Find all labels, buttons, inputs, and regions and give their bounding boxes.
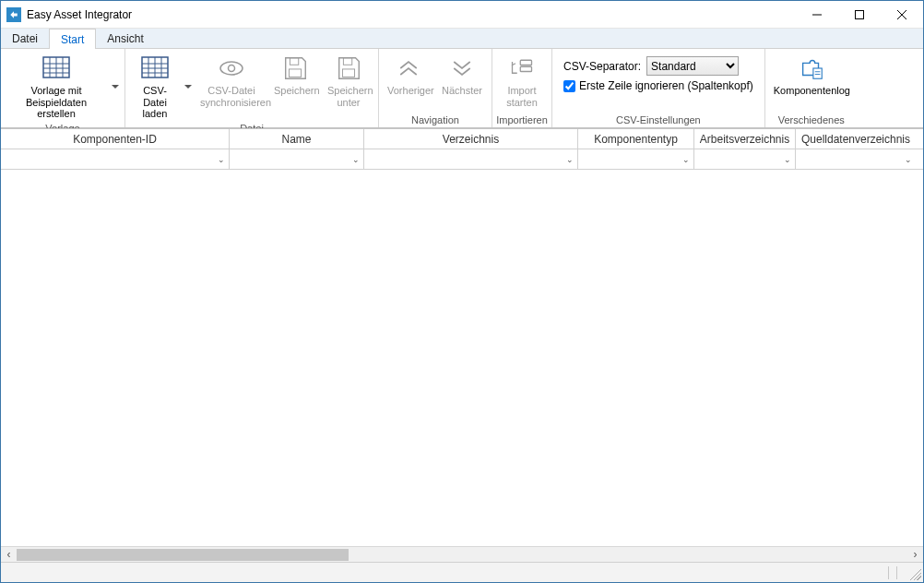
svg-rect-23: [342, 69, 354, 77]
window-title: Easy Asset Integrator: [27, 8, 132, 21]
sync-csv-button[interactable]: CSV-Datei synchronisieren: [195, 51, 267, 111]
import-icon: [507, 54, 537, 83]
maximize-button[interactable]: [838, 1, 881, 29]
grid-filter-row: ⌄ ⌄ ⌄ ⌄ ⌄ ⌄: [1, 149, 923, 170]
chevrons-up-icon: [394, 54, 423, 83]
csv-separator-select[interactable]: Standard: [646, 56, 739, 76]
ribbon: Vorlage mit Beispieldaten erstellen Vorl…: [1, 49, 923, 128]
statusbar-separator: [896, 566, 897, 579]
statusbar-separator: [888, 566, 889, 579]
ribbon-group-csv: CSV-Separator: Standard Erste Zeile igno…: [552, 49, 765, 127]
eye-icon: [217, 54, 246, 83]
start-import-label: Import starten: [506, 85, 538, 108]
svg-rect-20: [290, 58, 298, 65]
load-csv-dropdown[interactable]: [183, 51, 194, 123]
svg-rect-24: [520, 60, 531, 65]
ribbon-group-misc: Komponentenlog Verschiedenes: [765, 49, 858, 127]
sync-csv-label: CSV-Datei synchronisieren: [200, 85, 263, 108]
chevrons-down-icon: [447, 54, 477, 83]
group-label-misc: Verschiedenes: [769, 114, 854, 127]
menu-bar: Datei Start Ansicht: [1, 29, 923, 49]
filter-cell-1[interactable]: ⌄: [230, 149, 364, 169]
column-header-name[interactable]: Name: [230, 129, 364, 149]
load-csv-label: CSV-Datei laden: [134, 85, 176, 120]
next-label: Nächster: [442, 85, 482, 97]
next-button[interactable]: Nächster: [436, 51, 488, 100]
tab-ansicht[interactable]: Ansicht: [96, 29, 154, 48]
ignore-first-row-label: Erste Zeile ignorieren (Spaltenkopf): [579, 79, 753, 92]
ribbon-group-datei: CSV-Datei laden CSV-Datei synchronisiere…: [125, 49, 379, 127]
chevron-down-icon: ⌄: [218, 155, 225, 164]
save-button[interactable]: Speichern: [269, 51, 321, 100]
resize-grip[interactable]: [906, 565, 921, 580]
save-label: Speichern: [274, 85, 316, 97]
filter-cell-5[interactable]: ⌄: [796, 149, 916, 169]
create-template-label: Vorlage mit Beispieldaten erstellen: [9, 85, 103, 120]
column-header-arbeitsverzeichnis[interactable]: Arbeitsverzeichnis: [694, 129, 796, 149]
chevron-down-icon: ⌄: [905, 155, 912, 164]
close-button[interactable]: [881, 1, 923, 29]
svg-point-19: [229, 65, 235, 72]
group-label-importieren: Importieren: [496, 114, 548, 127]
app-icon: [6, 7, 21, 22]
svg-rect-26: [813, 68, 822, 78]
grid-load-icon: [140, 54, 170, 83]
csv-separator-label: CSV-Separator:: [563, 60, 641, 73]
prev-label: Vorheriger: [387, 85, 430, 97]
ribbon-group-navigation: Vorheriger Nächster Navigation: [379, 49, 492, 127]
data-grid: Komponenten-ID Name Verzeichnis Komponen…: [1, 128, 923, 562]
minimize-button[interactable]: [796, 1, 838, 29]
scroll-track[interactable]: [17, 547, 907, 562]
tab-datei[interactable]: Datei: [1, 29, 49, 48]
column-header-verzeichnis[interactable]: Verzeichnis: [364, 129, 578, 149]
chevron-down-icon: ⌄: [566, 155, 574, 164]
component-log-button[interactable]: Komponentenlog: [769, 51, 854, 100]
filter-cell-0[interactable]: ⌄: [1, 149, 230, 169]
grid-header-row: Komponenten-ID Name Verzeichnis Komponen…: [1, 129, 923, 149]
scroll-right-button[interactable]: ›: [907, 547, 923, 563]
filter-cell-4[interactable]: ⌄: [694, 149, 796, 169]
create-template-dropdown[interactable]: [110, 51, 121, 123]
chevron-down-icon: ⌄: [352, 155, 360, 164]
chevron-down-icon: ⌄: [784, 155, 791, 164]
puzzle-log-icon: [797, 54, 826, 83]
start-import-button[interactable]: Import starten: [496, 51, 548, 111]
create-template-button[interactable]: Vorlage mit Beispieldaten erstellen: [5, 51, 108, 123]
title-bar: Easy Asset Integrator: [1, 1, 923, 29]
component-log-label: Komponentenlog: [774, 85, 849, 97]
scroll-thumb[interactable]: [17, 549, 349, 561]
svg-rect-1: [856, 10, 864, 18]
filter-cell-2[interactable]: ⌄: [364, 149, 578, 169]
column-header-quelldatenverzeichnis[interactable]: Quelldatenverzeichnis: [796, 129, 916, 149]
column-header-komponententyp[interactable]: Komponententyp: [578, 129, 694, 149]
tab-start[interactable]: Start: [49, 29, 96, 49]
grid-body: [1, 170, 923, 546]
group-label-csv: CSV-Einstellungen: [556, 114, 761, 127]
save-as-button[interactable]: Speichern unter: [323, 51, 374, 111]
load-csv-button[interactable]: CSV-Datei laden: [129, 51, 181, 123]
horizontal-scrollbar[interactable]: ‹ ›: [1, 546, 923, 562]
ribbon-group-vorlage: Vorlage mit Beispieldaten erstellen Vorl…: [1, 49, 125, 127]
svg-rect-22: [343, 58, 351, 65]
ignore-first-row-checkbox[interactable]: Erste Zeile ignorieren (Spaltenkopf): [563, 79, 753, 92]
scroll-left-button[interactable]: ‹: [1, 547, 17, 563]
floppy-icon: [280, 54, 310, 83]
floppy-as-icon: [334, 54, 363, 83]
filter-cell-3[interactable]: ⌄: [578, 149, 694, 169]
svg-rect-25: [520, 66, 531, 71]
group-label-navigation: Navigation: [383, 114, 488, 127]
save-as-label: Speichern unter: [327, 85, 370, 108]
column-header-komponenten-id[interactable]: Komponenten-ID: [1, 129, 230, 149]
chevron-down-icon: ⌄: [682, 155, 690, 164]
ribbon-group-importieren: Import starten Importieren: [492, 49, 552, 127]
svg-point-18: [220, 62, 243, 75]
status-bar: [1, 562, 923, 582]
ignore-first-row-input[interactable]: [563, 80, 575, 92]
prev-button[interactable]: Vorheriger: [383, 51, 434, 100]
svg-rect-21: [289, 69, 301, 77]
grid-template-icon: [41, 54, 71, 83]
